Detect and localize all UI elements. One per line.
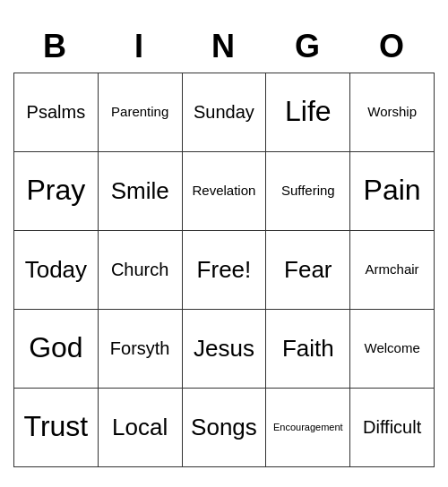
cell-r4-c4: Difficult xyxy=(350,388,435,466)
cell-label: Armchair xyxy=(354,262,430,278)
cell-r3-c3: Faith xyxy=(266,309,350,388)
cell-label: Worship xyxy=(354,105,430,120)
cell-label: Church xyxy=(102,260,178,279)
cell-label: Pain xyxy=(354,175,430,206)
cell-label: Life xyxy=(270,96,346,127)
bingo-grid: PsalmsParentingSundayLifeWorshipPraySmil… xyxy=(13,73,435,467)
cell-r0-c2: Sunday xyxy=(182,73,266,151)
cell-label: Welcome xyxy=(354,341,430,356)
cell-r1-c4: Pain xyxy=(350,151,435,230)
cell-r2-c1: Church xyxy=(98,230,182,309)
cell-label: Jesus xyxy=(186,336,263,362)
cell-r0-c0: Psalms xyxy=(14,73,99,151)
header-letter: O xyxy=(350,21,435,73)
cell-label: Free! xyxy=(186,257,263,283)
cell-r0-c1: Parenting xyxy=(98,73,182,151)
cell-label: Songs xyxy=(186,414,263,440)
cell-label: Encouragement xyxy=(270,422,346,432)
cell-r0-c4: Worship xyxy=(350,73,435,151)
cell-r1-c0: Pray xyxy=(14,151,99,230)
cell-r1-c2: Revelation xyxy=(182,151,266,230)
cell-r1-c1: Smile xyxy=(98,151,182,230)
cell-label: Pray xyxy=(18,175,94,206)
cell-label: Difficult xyxy=(354,417,430,437)
cell-label: Today xyxy=(18,257,94,283)
cell-label: Psalms xyxy=(18,102,94,122)
cell-r2-c2: Free! xyxy=(182,230,266,309)
header-letter: B xyxy=(13,21,98,73)
cell-label: Sunday xyxy=(186,102,263,122)
cell-r2-c0: Today xyxy=(14,230,99,309)
cell-r2-c3: Fear xyxy=(266,230,350,309)
header-letter: N xyxy=(182,21,266,73)
cell-label: Trust xyxy=(18,411,94,442)
cell-label: Smile xyxy=(102,178,178,204)
cell-label: Suffering xyxy=(270,184,346,199)
cell-r2-c4: Armchair xyxy=(350,230,435,309)
cell-r0-c3: Life xyxy=(266,73,350,151)
cell-r3-c1: Forsyth xyxy=(98,309,182,388)
cell-r4-c3: Encouragement xyxy=(266,388,350,466)
cell-r4-c0: Trust xyxy=(14,388,99,466)
cell-label: Faith xyxy=(270,336,346,362)
cell-label: Forsyth xyxy=(102,338,178,358)
cell-label: Local xyxy=(102,414,178,440)
cell-label: Fear xyxy=(270,257,346,283)
cell-r1-c3: Suffering xyxy=(266,151,350,230)
header-letter: G xyxy=(266,21,350,73)
header-letter: I xyxy=(98,21,182,73)
bingo-header: BINGO xyxy=(13,21,435,73)
cell-label: Parenting xyxy=(102,105,178,120)
cell-r3-c4: Welcome xyxy=(350,309,435,388)
cell-r4-c1: Local xyxy=(98,388,182,466)
cell-r4-c2: Songs xyxy=(182,388,266,466)
cell-r3-c2: Jesus xyxy=(182,309,266,388)
cell-label: God xyxy=(18,332,94,363)
cell-label: Revelation xyxy=(186,184,263,199)
cell-r3-c0: God xyxy=(14,309,99,388)
